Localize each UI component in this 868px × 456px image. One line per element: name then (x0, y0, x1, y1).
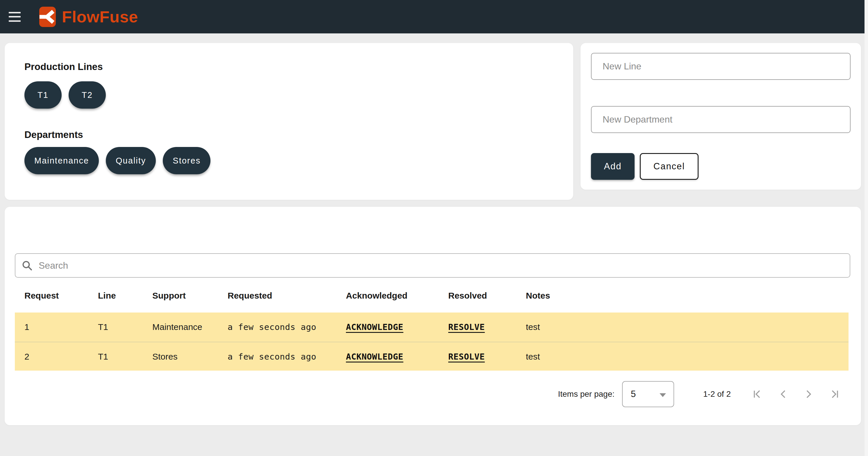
department-button-stores[interactable]: Stores (163, 147, 211, 174)
requests-panel: Request Line Support Requested Acknowled… (5, 207, 861, 425)
search-icon (22, 260, 32, 271)
table-header-row: Request Line Support Requested Acknowled… (15, 285, 848, 307)
column-header-support: Support (152, 291, 227, 301)
production-lines-row: T1 T2 (24, 81, 573, 109)
cell-support: Maintenance (152, 322, 227, 332)
next-page-icon[interactable] (803, 388, 814, 400)
acknowledge-link[interactable]: ACKNOWLEDGE (346, 322, 403, 332)
pagination-range-label: 1-2 of 2 (703, 390, 731, 399)
logo-text: FlowFuse (62, 7, 138, 26)
table-body: 1 T1 Maintenance a few seconds ago ACKNO… (15, 313, 848, 370)
first-page-icon[interactable] (752, 388, 763, 400)
production-lines-title: Production Lines (24, 61, 573, 73)
scrollbar-track[interactable] (865, 0, 868, 456)
search-input[interactable] (15, 253, 850, 278)
filters-panel: Production Lines T1 T2 Departments Maint… (5, 43, 573, 200)
table-row: 2 T1 Stores a few seconds ago ACKNOWLEDG… (15, 341, 848, 370)
column-header-request: Request (24, 291, 98, 301)
column-header-acknowledged: Acknowledged (346, 291, 448, 301)
resolve-link[interactable]: RESOLVE (448, 352, 485, 362)
search-bar (15, 253, 850, 278)
departments-row: Maintenance Quality Stores (24, 147, 573, 174)
pagination-buttons (752, 388, 840, 400)
department-button-quality[interactable]: Quality (106, 147, 156, 174)
page: FlowFuse Production Lines T1 T2 Departme… (0, 0, 868, 456)
add-form-panel: Add Cancel (581, 43, 861, 190)
flowfuse-logo-icon (39, 7, 56, 27)
cell-notes: test (526, 352, 848, 362)
column-header-notes: Notes (526, 291, 848, 301)
cell-request: 2 (24, 352, 98, 362)
items-per-page-value: 5 (631, 389, 636, 399)
column-header-requested: Requested (227, 291, 346, 301)
cell-notes: test (526, 322, 848, 332)
column-header-line: Line (98, 291, 152, 301)
new-department-input[interactable] (591, 106, 850, 133)
column-header-resolved: Resolved (448, 291, 526, 301)
flowfuse-logo: FlowFuse (39, 7, 138, 27)
previous-page-icon[interactable] (777, 388, 789, 400)
acknowledge-link[interactable]: ACKNOWLEDGE (346, 352, 403, 362)
add-button[interactable]: Add (591, 153, 634, 180)
cell-requested: a few seconds ago (227, 322, 346, 332)
cell-support: Stores (152, 352, 227, 362)
department-button-maintenance[interactable]: Maintenance (24, 147, 99, 174)
cell-line: T1 (98, 352, 152, 362)
items-per-page-label: Items per page: (558, 390, 615, 399)
app-bar: FlowFuse (0, 0, 868, 33)
last-page-icon[interactable] (829, 388, 840, 400)
cell-requested: a few seconds ago (227, 352, 346, 362)
resolve-link[interactable]: RESOLVE (448, 322, 485, 332)
new-line-input[interactable] (591, 53, 850, 80)
line-button-t2[interactable]: T2 (69, 81, 106, 109)
cell-line: T1 (98, 322, 152, 332)
table-row: 1 T1 Maintenance a few seconds ago ACKNO… (15, 313, 848, 341)
cell-request: 1 (24, 322, 98, 332)
hamburger-menu-icon[interactable] (9, 12, 21, 22)
cancel-button[interactable]: Cancel (640, 153, 699, 180)
items-per-page-select[interactable]: 5 (622, 381, 674, 407)
chevron-down-icon (659, 393, 666, 397)
pagination-bar: Items per page: 5 1-2 of 2 (5, 381, 861, 407)
line-button-t1[interactable]: T1 (24, 81, 62, 109)
departments-title: Departments (24, 129, 573, 140)
form-buttons-row: Add Cancel (591, 153, 850, 180)
